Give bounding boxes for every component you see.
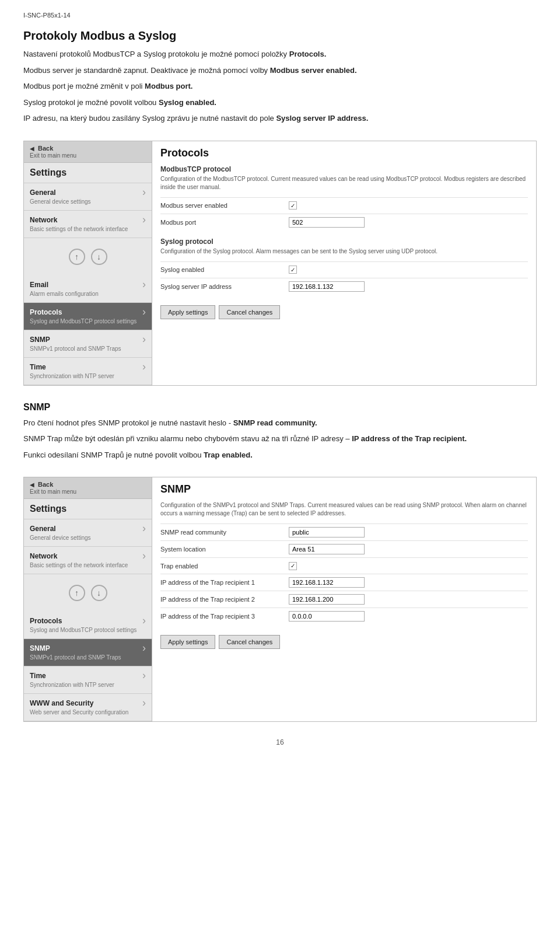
- protocols-title: Protocols: [160, 147, 528, 159]
- section1-title: Protokoly Modbus a Syslog: [23, 29, 537, 43]
- syslog-ip-label: Syslog server IP address: [160, 283, 289, 290]
- sidebar-item-protocols[interactable]: Protocols › Syslog and ModbusTCP protoco…: [24, 303, 152, 330]
- snmp-apply-button[interactable]: Apply settings: [160, 635, 215, 649]
- sidebar-arrow-protocols: ›: [142, 306, 146, 317]
- sidebar-snmp-arrow-time: ›: [142, 670, 146, 680]
- section2-para1: Pro čtení hodnot přes SNMP protokol je n…: [23, 417, 537, 429]
- syslog-ip-row: Syslog server IP address: [160, 278, 528, 295]
- ui-screenshot-protocols: ◀ Back Exit to main menu Settings Genera…: [23, 141, 537, 386]
- sidebar-snmp-back-btn[interactable]: ◀ Back Exit to main menu: [24, 477, 152, 499]
- snmp-location-input[interactable]: [289, 544, 365, 554]
- snmp-trap-enabled-checkbox[interactable]: ✓: [289, 562, 297, 570]
- snmp-trap3-label: IP address of the Trap recipient 3: [160, 613, 289, 620]
- modbus-port-label: Modbus port: [160, 219, 289, 226]
- back-label: Back: [38, 145, 53, 152]
- sidebar-item-email[interactable]: Email › Alarm emails configuration: [24, 275, 152, 303]
- modbus-server-row: Modbus server enabled ✓: [160, 197, 528, 214]
- sidebar-snmp-item-time[interactable]: Time › Synchronization with NTP server: [24, 666, 152, 694]
- sidebar-item-time[interactable]: Time › Synchronization with NTP server: [24, 358, 152, 385]
- protocols-btn-row: Apply settings Cancel changes: [160, 301, 528, 319]
- snmp-trap1-value: [289, 577, 528, 588]
- ui-screenshot-snmp: ◀ Back Exit to main menu Settings Genera…: [23, 477, 537, 722]
- sidebar-settings-title: Settings: [24, 163, 152, 183]
- snmp-trap-enabled-label: Trap enabled: [160, 563, 289, 570]
- protocols-main-content: Protocols ModbusTCP protocol Configurati…: [152, 141, 536, 385]
- section1-para3: Modbus port je možné změnit v poli Modbu…: [23, 81, 537, 92]
- syslog-ip-input[interactable]: [289, 281, 365, 292]
- nav-arrow-up[interactable]: ↑: [69, 249, 85, 265]
- snmp-location-row: System location: [160, 540, 528, 557]
- sidebar-snmp-item-protocols[interactable]: Protocols › Syslog and ModbusTCP protoco…: [24, 612, 152, 639]
- syslog-enabled-value: ✓: [289, 266, 528, 274]
- sidebar-snmp: ◀ Back Exit to main menu Settings Genera…: [24, 477, 152, 721]
- nav-arrow-down[interactable]: ↓: [91, 249, 107, 265]
- sidebar-arrow-general: ›: [142, 187, 146, 197]
- section1-para1: Nastavení protokolů ModbusTCP a Syslog p…: [23, 48, 537, 60]
- sidebar-snmp-arrow-protocols: ›: [142, 615, 146, 626]
- sidebar-snmp-item-general[interactable]: General › General device settings: [24, 519, 152, 547]
- sidebar-item-snmp[interactable]: SNMP › SNMPv1 protocol and SNMP Traps: [24, 330, 152, 358]
- section-protocols: Protokoly Modbus a Syslog Nastavení prot…: [23, 29, 537, 124]
- snmp-trap2-row: IP address of the Trap recipient 2: [160, 591, 528, 608]
- snmp-title: SNMP: [160, 483, 528, 495]
- snmp-trap3-row: IP address of the Trap recipient 3: [160, 608, 528, 624]
- section1-para5: IP adresu, na který budou zasílány Syslo…: [23, 113, 537, 124]
- snmp-cancel-button[interactable]: Cancel changes: [219, 635, 280, 649]
- modbus-port-value: [289, 217, 528, 228]
- snmp-back-label: Back: [38, 481, 53, 488]
- snmp-location-value: [289, 544, 528, 554]
- snmp-nav-arrow-down[interactable]: ↓: [91, 585, 107, 601]
- syslog-ip-value: [289, 281, 528, 292]
- snmp-community-input[interactable]: [289, 527, 365, 537]
- section2-para3: Funkci odesílaní SNMP Trapů je nutné pov…: [23, 449, 537, 461]
- snmp-trap1-row: IP address of the Trap recipient 1: [160, 574, 528, 591]
- modbus-section-title: ModbusTCP protocol: [160, 165, 528, 173]
- sidebar-snmp-arrow-network: ›: [142, 550, 146, 561]
- snmp-trap2-label: IP address of the Trap recipient 2: [160, 596, 289, 603]
- modbus-server-checkbox[interactable]: ✓: [289, 201, 297, 210]
- back-sub: Exit to main menu: [30, 152, 76, 159]
- section2-title: SNMP: [23, 402, 537, 413]
- section1-para4: Syslog protokol je možné povolit volbou …: [23, 97, 537, 109]
- section1-para2: Modbus server je standardně zapnut. Deak…: [23, 65, 537, 76]
- modbus-server-value: ✓: [289, 201, 528, 210]
- syslog-section-desc: Configuration of the Syslog protocol. Al…: [160, 247, 528, 256]
- syslog-enabled-checkbox[interactable]: ✓: [289, 266, 297, 274]
- sidebar-snmp-item-snmp[interactable]: SNMP › SNMPv1 protocol and SNMP Traps: [24, 639, 152, 666]
- sidebar-nav-arrows: ↑ ↓: [24, 238, 152, 275]
- protocols-cancel-button[interactable]: Cancel changes: [219, 305, 280, 319]
- snmp-location-label: System location: [160, 546, 289, 553]
- sidebar-snmp-arrow-snmp: ›: [142, 643, 146, 653]
- snmp-trap2-input[interactable]: [289, 594, 365, 605]
- snmp-trap3-value: [289, 611, 528, 622]
- snmp-community-row: SNMP read community: [160, 523, 528, 540]
- header-id: I-SNC-P85x1-14: [23, 12, 71, 19]
- snmp-trap3-input[interactable]: [289, 611, 365, 622]
- sidebar-snmp-item-network[interactable]: Network › Basic settings of the network …: [24, 547, 152, 574]
- sidebar-arrow-email: ›: [142, 279, 146, 289]
- sidebar-snmp-settings-title: Settings: [24, 499, 152, 519]
- snmp-community-value: [289, 527, 528, 537]
- syslog-enabled-row: Syslog enabled ✓: [160, 261, 528, 278]
- sidebar-snmp-item-www[interactable]: WWW and Security › Web server and Securi…: [24, 694, 152, 721]
- snmp-nav-arrow-up[interactable]: ↑: [69, 585, 85, 601]
- snmp-back-arrow-icon: ◀: [30, 481, 34, 488]
- snmp-trap1-input[interactable]: [289, 577, 365, 588]
- back-arrow-icon: ◀: [30, 145, 34, 152]
- snmp-community-label: SNMP read community: [160, 529, 289, 536]
- modbus-port-input[interactable]: [289, 217, 365, 228]
- snmp-trap2-value: [289, 594, 528, 605]
- sidebar-snmp-arrow-www: ›: [142, 697, 146, 708]
- protocols-apply-button[interactable]: Apply settings: [160, 305, 215, 319]
- sidebar-back-btn[interactable]: ◀ Back Exit to main menu: [24, 141, 152, 163]
- section-snmp: SNMP Pro čtení hodnot přes SNMP protokol…: [23, 402, 537, 461]
- snmp-trap-enabled-value: ✓: [289, 562, 528, 570]
- sidebar-item-network[interactable]: Network › Basic settings of the network …: [24, 211, 152, 238]
- page-footer: 16: [23, 738, 537, 746]
- sidebar-arrow-time: ›: [142, 361, 146, 372]
- sidebar-item-general[interactable]: General › General device settings: [24, 183, 152, 211]
- sidebar-snmp-nav-arrows: ↑ ↓: [24, 574, 152, 612]
- modbus-section-desc: Configuration of the ModbusTCP protocol.…: [160, 175, 528, 191]
- section2-para2: SNMP Trap může být odeslán při vzniku al…: [23, 433, 537, 445]
- snmp-trap1-label: IP address of the Trap recipient 1: [160, 579, 289, 586]
